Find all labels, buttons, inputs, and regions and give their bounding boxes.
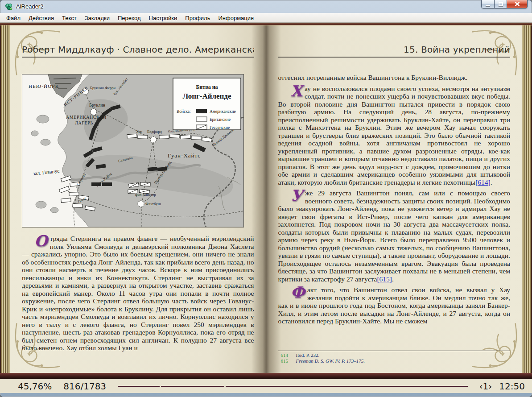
battery-indicator: ‹1› [479, 381, 492, 392]
menu-settings[interactable]: Настройки [145, 14, 181, 22]
paragraph-text: ау не воспользовался плодами своего успе… [278, 85, 511, 186]
paragraph: оттеснил потрепанные войска Вашингтона к… [278, 74, 511, 82]
map-label-american-camp: АМЕРИКАНСКИЙ [66, 115, 107, 120]
dropcap: У [291, 190, 303, 201]
title-bar[interactable]: AlReader2 [0, 0, 532, 13]
battle-map-figure: НЬЮ-ЙОРК ИСТ-РИВЕР Бруклин-Ферри бух. Уо… [22, 74, 244, 227]
map-legend-title2: Лонг-Айленде [182, 92, 231, 100]
menu-actions[interactable]: Действия [25, 14, 58, 22]
app-icon [5, 3, 13, 11]
close-icon [515, 2, 520, 6]
map-legend-hessian: Гессенские [210, 125, 230, 130]
paragraph-tail: . [392, 275, 394, 283]
map-label-flatbush: Флэтбуш [145, 202, 161, 206]
footnote-text: Freeman D. S. GW. IV. P. 173–175. [296, 358, 365, 364]
paragraph: Факт того, что Вашингтон отвел свои войс… [278, 286, 511, 325]
battle-map: НЬЮ-ЙОРК ИСТ-РИВЕР Бруклин-Ферри бух. Уо… [22, 74, 243, 227]
paragraph-tail: . [491, 178, 492, 186]
footnote-number[interactable]: 614 [278, 352, 296, 358]
footnote-614: 614 Ibid. P. 232. [278, 352, 511, 358]
map-legend-swatch-british [196, 117, 207, 121]
paragraph-text: тряды Стерлинга на правом фланге — необу… [22, 235, 254, 352]
left-page[interactable]: Роберт Миддлкауф · Славное дело. Америка… [10, 25, 266, 373]
chapter-tick [160, 385, 161, 387]
reading-percent: 45,76% [18, 381, 52, 392]
map-legend-swatch-american [196, 109, 207, 113]
footnote-615: 615 Freeman D. S. GW. IV. P. 173–175. [278, 358, 511, 364]
map-label-howe: Хау [136, 129, 142, 134]
menu-bookmarks[interactable]: Закладки [81, 14, 114, 22]
minimize-icon [486, 5, 490, 6]
map-label-bedford: Бедфорд [147, 129, 162, 134]
book-title-header: Роберт Миддлкауф · Славное дело. Америка… [22, 44, 254, 58]
left-page-text: Отряды Стерлинга на правом фланге — необ… [22, 235, 254, 368]
dropcap: О [34, 235, 48, 247]
map-label-von-heister: фон Хайстер [135, 192, 156, 197]
map-label-new-york: НЬЮ-ЙОРК [29, 83, 59, 89]
close-button[interactable] [507, 0, 528, 8]
book-view: Роберт Миддлкауф · Славное дело. Америка… [0, 23, 532, 393]
map-legend-title1: Битва на [196, 84, 218, 90]
status-bar: 45,76% 816/1783 ‹1› 12:50 [0, 379, 532, 393]
dropcap: Х [291, 85, 302, 97]
paragraph-text: оттеснил потрепанные войска Вашингтона к… [278, 74, 468, 81]
maximize-button[interactable] [495, 0, 507, 8]
dropcap: Ф [291, 286, 305, 298]
right-page[interactable]: 15. Война укреплений оттеснил потрепанны… [266, 25, 523, 373]
paragraph: Уже 29 августа Вашингтон понял, сам или … [278, 189, 511, 283]
footnote-ref-615[interactable]: [615] [377, 275, 392, 283]
minimize-button[interactable] [481, 0, 495, 8]
alreader-window: AlReader2 Файл Действия Текст Закладки П… [0, 0, 532, 397]
progress-line[interactable] [118, 386, 468, 387]
map-label-brooklyn: Бруклин [89, 103, 106, 108]
paragraph-text: же 29 августа Вашингтон понял, сам или с… [278, 189, 511, 283]
map-legend-british: Британские [210, 117, 231, 122]
map-label-american-camp2: ЛАГЕРЬ [75, 120, 93, 125]
menu-profile[interactable]: Профиль [181, 14, 214, 22]
maximize-icon [499, 2, 503, 6]
map-label-guan-heights: Гуан-Хайтс [168, 152, 201, 159]
window-title: AlReader2 [16, 3, 43, 10]
footnote-text: Ibid. P. 232. [296, 352, 320, 358]
map-label-brooklyn-ferry: Бруклин-Ферри [90, 86, 116, 90]
page-position: 816/1783 [63, 381, 106, 392]
clock: 12:50 [499, 381, 525, 392]
menu-navigation[interactable]: Переход [114, 14, 145, 22]
map-legend-troops-label: Войска: [177, 109, 191, 114]
paragraph: Хау не воспользовался плодами своего усп… [278, 85, 511, 186]
right-page-text: оттеснил потрепанные войска Вашингтона к… [278, 74, 511, 351]
page-stack-edge-right [522, 25, 532, 373]
map-legend: Битва на Лонг-Айленде Войска: Американск… [173, 78, 241, 130]
map-legend-american: Американские [210, 109, 236, 114]
map-legend-swatch-hessian [196, 125, 207, 129]
chapter-header: 15. Война укреплений [278, 44, 511, 58]
paragraph-text: акт того, что Вашингтон отвел свои войск… [278, 286, 511, 325]
footnote-divider [278, 351, 511, 351]
chapter-tick [224, 385, 226, 387]
book-cover-bottom-edge [0, 373, 532, 379]
menu-file[interactable]: Файл [2, 14, 25, 22]
footnote-number[interactable]: 615 [278, 358, 296, 364]
menu-bar: Файл Действия Текст Закладки Переход Нас… [0, 13, 532, 23]
menu-text[interactable]: Текст [58, 14, 81, 22]
footnote-ref-614[interactable]: [614] [475, 178, 491, 186]
footnotes-block: 614 Ibid. P. 232. 615 Freeman D. S. GW. … [278, 351, 511, 364]
menu-information[interactable]: Информация [214, 14, 258, 22]
page-stack-edge-left [0, 25, 10, 373]
